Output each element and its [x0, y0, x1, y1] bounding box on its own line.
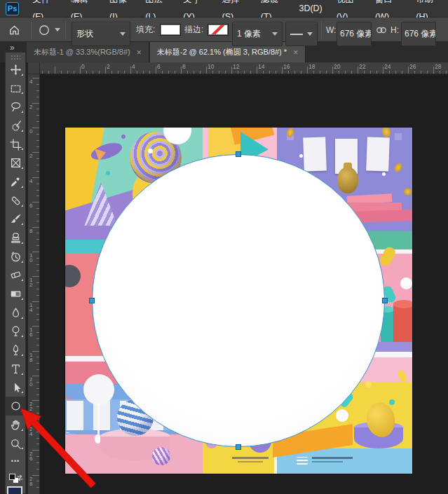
menu-item-8[interactable]: 3D(D) — [292, 0, 329, 18]
photoshop-logo-icon[interactable]: Ps — [6, 2, 19, 15]
art-decor — [14, 333, 17, 336]
vertical-ruler[interactable]: 42024681 01 21 41 61 82 02 22 42 62 8 — [28, 74, 40, 494]
crop-tool[interactable] — [6, 135, 25, 154]
stroke-width-select[interactable]: 1 像素 — [232, 22, 283, 46]
clone-stamp-tool[interactable] — [6, 228, 25, 247]
shape-handle-top[interactable] — [236, 151, 241, 157]
stroke-swatch[interactable] — [208, 24, 229, 36]
shape-handle-bottom[interactable] — [236, 444, 241, 450]
rectangular-marquee-tool[interactable] — [6, 79, 25, 98]
swap-colors-icon[interactable] — [16, 472, 24, 485]
art-decor — [40, 25, 48, 34]
art-decor — [32, 227, 39, 228]
zoom-tool[interactable] — [6, 434, 25, 453]
ruler-origin-corner[interactable] — [28, 62, 40, 74]
height-label: H: — [391, 18, 399, 42]
history-brush-tool[interactable] — [6, 247, 25, 266]
eyedropper-tool[interactable] — [6, 172, 25, 191]
toolbar-grip[interactable] — [11, 55, 20, 60]
art-decor — [313, 71, 314, 74]
ellipse-tool[interactable] — [6, 397, 25, 416]
brush-tool[interactable] — [6, 210, 25, 229]
quick-selection-tool[interactable] — [6, 116, 25, 135]
art-decor — [15, 214, 20, 220]
art-decor — [36, 345, 39, 345]
art-decor — [93, 401, 110, 433]
width-field[interactable]: 676 像素 — [337, 22, 372, 46]
frame-tool[interactable] — [6, 153, 25, 172]
move-tool[interactable] — [6, 60, 25, 79]
foreground-color-swatch[interactable] — [7, 486, 22, 494]
lasso-tool[interactable] — [6, 97, 25, 116]
art-decor — [36, 171, 39, 172]
tool-mode-select[interactable]: 形状 — [72, 22, 130, 46]
art-decor — [36, 382, 39, 383]
art-decor — [395, 71, 396, 74]
art-decor — [358, 67, 358, 74]
fill-label: 填充: — [136, 18, 155, 42]
art-decor — [14, 274, 15, 277]
close-icon[interactable]: × — [137, 48, 142, 57]
link-dimensions-button[interactable] — [375, 18, 388, 42]
art-decor — [13, 233, 18, 238]
art-decor — [11, 272, 20, 278]
tool-mode-value: 形状 — [76, 28, 93, 40]
art-decor — [162, 71, 163, 74]
art-decor — [10, 139, 20, 150]
art-decor — [32, 177, 39, 178]
art-decor — [36, 109, 39, 109]
art-decor — [36, 214, 39, 215]
art-decor — [212, 71, 213, 74]
dodge-tool[interactable] — [6, 322, 25, 341]
blur-tool[interactable] — [6, 303, 25, 322]
height-field[interactable]: 676 像素 — [401, 22, 436, 46]
stroke-style-select[interactable] — [285, 22, 318, 46]
ruler-label: 1 2 — [29, 277, 32, 287]
poster-frame — [303, 137, 327, 171]
horizontal-ruler[interactable]: 0246810121416182022242628 — [40, 62, 448, 74]
art-decor — [332, 67, 333, 74]
poster-frame — [366, 137, 390, 171]
home-button[interactable] — [8, 18, 20, 42]
eraser-tool[interactable] — [6, 266, 25, 285]
menu-items: 文件(F)编辑(E)图像(I)图层(L)文字(Y)选择(S)滤镜(T)3D(D)… — [25, 0, 448, 17]
art-decor — [55, 67, 55, 74]
collapse-panels-icon[interactable]: » — [10, 43, 13, 53]
ellipse-shape-layer[interactable] — [92, 154, 385, 447]
close-icon[interactable]: × — [293, 48, 298, 57]
art-decor — [11, 181, 16, 186]
chevron-down-icon — [55, 28, 60, 32]
spot-healing-brush-tool[interactable] — [6, 191, 25, 210]
art-decor — [36, 158, 39, 159]
ruler-label: 10 — [208, 63, 214, 70]
ruler-label: 14 — [258, 63, 264, 70]
art-decor — [238, 71, 238, 74]
art-decor — [402, 71, 402, 74]
type-tool[interactable] — [6, 359, 25, 378]
art-decor — [36, 221, 39, 221]
art-decor — [376, 71, 377, 74]
art-decor — [364, 71, 365, 74]
art-decor — [143, 71, 144, 74]
current-tool-preview[interactable] — [38, 18, 60, 42]
art-decor — [36, 121, 39, 122]
art-decor — [11, 159, 20, 167]
path-selection-tool[interactable] — [6, 378, 25, 397]
art-decor — [36, 406, 39, 407]
art-decor — [225, 71, 226, 74]
shape-handle-right[interactable] — [382, 298, 388, 303]
default-colors-control[interactable] — [6, 469, 25, 485]
shape-handle-left[interactable] — [89, 298, 95, 303]
art-decor — [93, 71, 93, 74]
fill-swatch[interactable] — [160, 24, 181, 36]
gradient-tool[interactable] — [6, 284, 25, 303]
art-decor — [339, 71, 339, 74]
art-decor — [36, 90, 39, 91]
options-bar: 形状 填充: 描边: 1 像素 W: 676 像素 H: 676 像素 — [0, 18, 448, 42]
edit-toolbar-button[interactable]: ••• — [6, 453, 25, 469]
type-icon — [10, 363, 22, 375]
art-decor — [36, 469, 39, 469]
pen-tool[interactable] — [6, 341, 25, 359]
hand-tool[interactable] — [6, 416, 25, 434]
dodge-icon — [10, 325, 22, 337]
